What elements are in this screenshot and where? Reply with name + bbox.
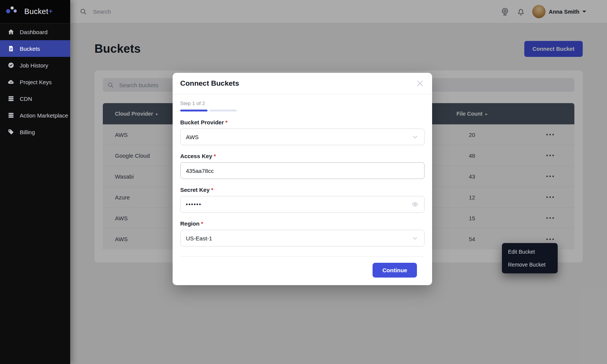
required-asterisk: * (214, 153, 216, 159)
access-key-field (180, 162, 425, 179)
server-stack-icon (8, 112, 14, 119)
secret-key-field (180, 196, 425, 213)
tag-icon (8, 129, 14, 135)
bucket-cloud-logo-icon (6, 6, 20, 17)
secret-key-input[interactable] (186, 201, 411, 207)
region-value: US-East-1 (186, 235, 212, 242)
sidebar-item-cdn[interactable]: CDN (0, 90, 70, 107)
progress-segment-filled (180, 110, 208, 111)
field-label-access-key: Access Key* (180, 153, 425, 159)
sidebar-item-label: Project Keys (20, 79, 52, 85)
required-asterisk: * (211, 187, 214, 193)
sidebar-item-label: Billing (20, 129, 35, 135)
sidebar-nav: Dashboard Buckets Job History Project Ke… (0, 24, 70, 140)
region-select[interactable]: US-East-1 (180, 230, 425, 246)
server-stack-icon (8, 95, 14, 102)
modal-body: Step 1 of 2 Bucket Provider* AWS Access … (173, 94, 432, 285)
menu-item-edit-bucket[interactable]: Edit Bucket (502, 245, 558, 258)
step-indicator: Step 1 of 2 (180, 100, 425, 106)
sidebar-item-dashboard[interactable]: Dashboard (0, 24, 70, 40)
bucket-provider-value: AWS (186, 134, 199, 140)
sidebar-item-label: Dashboard (20, 29, 47, 35)
brand-name: Bucket (24, 7, 49, 16)
sidebar-item-project-keys[interactable]: Project Keys (0, 74, 70, 90)
sidebar-item-action-marketplace[interactable]: Action Marketplace (0, 107, 70, 124)
continue-button[interactable]: Continue (373, 263, 417, 278)
field-label-bucket-provider: Bucket Provider* (180, 119, 425, 126)
home-icon (8, 28, 14, 35)
document-icon (8, 45, 14, 52)
sidebar-item-label: Action Marketplace (20, 112, 68, 119)
brand-logo[interactable]: Bucket+ (0, 0, 70, 24)
eye-icon[interactable] (411, 201, 419, 208)
sidebar-item-job-history[interactable]: Job History (0, 57, 70, 74)
connect-buckets-modal: Connect Buckets Step 1 of 2 Bucket Provi… (173, 73, 432, 285)
sidebar-item-buckets[interactable]: Buckets (0, 40, 70, 57)
cloud-transfer-icon (8, 78, 14, 85)
sidebar-item-billing[interactable]: Billing (0, 124, 70, 140)
modal-header: Connect Buckets (173, 73, 432, 94)
menu-item-remove-bucket[interactable]: Remove Bucket (502, 258, 558, 271)
required-asterisk: * (201, 220, 203, 227)
field-label-secret-key: Secret Key* (180, 187, 425, 193)
check-circle-icon (8, 62, 14, 69)
row-context-menu: Edit Bucket Remove Bucket (502, 243, 558, 273)
required-asterisk: * (225, 119, 228, 126)
field-label-region: Region* (180, 220, 425, 227)
modal-title: Connect Buckets (180, 79, 239, 88)
sidebar-item-label: Job History (20, 62, 48, 69)
close-icon[interactable] (415, 79, 425, 88)
brand-plus: + (49, 7, 53, 16)
sidebar-item-label: CDN (20, 96, 32, 102)
progress-bar (180, 110, 425, 111)
chevron-down-icon (411, 234, 419, 242)
chevron-down-icon (411, 133, 419, 141)
access-key-input[interactable] (186, 168, 419, 174)
sidebar-item-label: Buckets (20, 46, 40, 52)
progress-segment-empty (209, 110, 237, 111)
bucket-provider-select[interactable]: AWS (180, 129, 425, 145)
modal-footer: Continue (180, 256, 425, 285)
sidebar: Bucket+ Dashboard Buckets Job History Pr… (0, 0, 70, 364)
